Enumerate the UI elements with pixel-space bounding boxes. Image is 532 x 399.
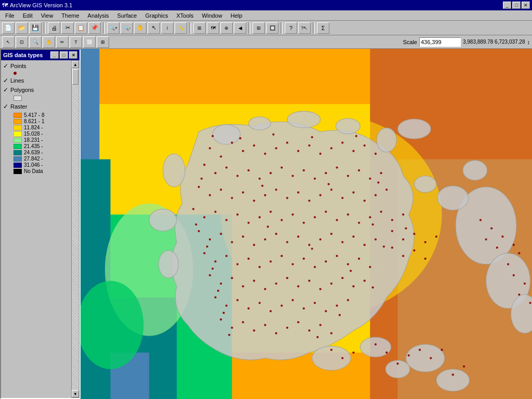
raster-check[interactable]: ✓ [3, 103, 8, 110]
raster-swatch-4 [14, 138, 22, 143]
menu-view[interactable]: View [37, 11, 58, 20]
zoom-sel-btn[interactable]: ⊕ [220, 22, 233, 34]
menu-theme[interactable]: Theme [57, 11, 83, 20]
menu-help[interactable]: Help [227, 11, 247, 20]
copy-button[interactable]: 📋 [75, 22, 87, 34]
svg-point-222 [206, 245, 208, 247]
svg-point-54 [259, 178, 261, 180]
panel-maximize-btn[interactable]: □ [60, 51, 68, 59]
menu-analysis[interactable]: Analysis [84, 11, 113, 20]
raster-row-8: 31.046 - [14, 162, 69, 168]
svg-point-161 [314, 302, 316, 304]
gis-panel-title-controls[interactable]: _ □ ✕ [50, 51, 77, 59]
menu-xtools[interactable]: XTools [172, 11, 198, 20]
svg-point-182 [402, 255, 404, 257]
svg-point-185 [480, 219, 482, 221]
save-button[interactable]: 💾 [29, 22, 42, 34]
cut-button[interactable]: ✂ [61, 22, 74, 34]
main-area: GIS data types _ □ ✕ ✓ Points ✓ [0, 49, 532, 399]
menu-graphics[interactable]: Graphics [141, 11, 172, 20]
measure-btn[interactable]: 📏 [175, 22, 187, 34]
raster-range-0: 5.417 - 8 [24, 112, 44, 118]
sum-btn[interactable]: Σ [317, 22, 329, 34]
svg-point-114 [308, 244, 310, 246]
title-bar-controls[interactable]: _ □ ✕ [503, 2, 530, 9]
scroll-down-btn[interactable]: ▼ [72, 390, 79, 397]
svg-point-30 [437, 186, 469, 210]
help-btn[interactable]: ? [285, 22, 297, 34]
minimize-button[interactable]: _ [503, 2, 511, 9]
svg-point-220 [371, 223, 374, 225]
pan-tool[interactable]: ✋ [43, 36, 55, 48]
polygons-check[interactable]: ✓ [3, 86, 8, 94]
select-tool[interactable]: ⊡ [16, 36, 28, 48]
select-btn[interactable]: ↖ [148, 22, 160, 34]
svg-point-68 [220, 189, 222, 191]
svg-point-218 [195, 223, 197, 225]
map-area[interactable]: + [81, 49, 532, 399]
menu-edit[interactable]: Edit [19, 11, 37, 20]
svg-point-104 [198, 230, 200, 232]
query-btn[interactable]: ?↖ [298, 22, 311, 34]
zoom-back-btn[interactable]: ◀ [234, 22, 246, 34]
panel-close-btn[interactable]: ✕ [69, 51, 77, 59]
app-icon: 🗺 [2, 2, 8, 8]
paste-button[interactable]: 📌 [88, 22, 101, 34]
pointer-tool[interactable]: ↖ [2, 36, 15, 48]
pan-btn[interactable]: ✋ [134, 22, 147, 34]
svg-point-213 [355, 135, 357, 137]
svg-point-42 [308, 144, 310, 147]
raster-swatch-nodata [14, 169, 22, 174]
gis-panel-title: GIS data types _ □ ✕ [1, 50, 79, 60]
svg-point-118 [352, 235, 354, 237]
svg-point-171 [286, 327, 288, 329]
maximize-button[interactable]: □ [512, 2, 521, 9]
add-theme-btn[interactable]: ⊞ [252, 22, 265, 34]
sep3 [189, 22, 191, 34]
svg-point-209 [211, 135, 214, 137]
print-button[interactable]: 🖨 [48, 22, 60, 34]
scale-input[interactable] [419, 37, 461, 47]
points-check[interactable]: ✓ [3, 62, 8, 70]
frame-tool[interactable]: ⊞ [97, 36, 109, 48]
menu-surface[interactable]: Surface [113, 11, 141, 20]
svg-point-164 [347, 299, 349, 301]
zoom-layer-btn[interactable]: 🗺 [207, 22, 219, 34]
scroll-up-btn[interactable]: ▲ [72, 61, 79, 68]
svg-point-131 [314, 266, 316, 268]
zoom-out-btn[interactable]: 🔍- [121, 22, 133, 34]
svg-point-19 [158, 250, 178, 278]
svg-point-225 [211, 268, 214, 270]
menu-window[interactable]: Window [198, 11, 227, 20]
polygons-swatch [14, 96, 22, 101]
svg-point-70 [242, 191, 244, 193]
close-button[interactable]: ✕ [522, 2, 530, 9]
lines-check[interactable]: ✓ [3, 77, 8, 84]
svg-point-142 [264, 288, 266, 290]
svg-point-99 [358, 222, 360, 224]
svg-point-17 [163, 154, 185, 187]
zoom-full-btn[interactable]: ⊞ [193, 22, 206, 34]
svg-point-135 [358, 258, 360, 260]
raster-range-6: 24.639 - [24, 150, 43, 155]
svg-point-199 [352, 352, 354, 354]
menu-file[interactable]: File [1, 11, 19, 20]
raster-legend: 5.417 - 8 8.621 - 1 11.824 - 15.028 - [3, 112, 69, 174]
symbol-btn[interactable]: 🔲 [266, 22, 278, 34]
svg-point-96 [325, 210, 327, 212]
text-tool[interactable]: T [70, 36, 82, 48]
open-button[interactable]: 📂 [16, 22, 28, 34]
svg-point-126 [259, 266, 261, 268]
draw-tool[interactable]: ✏ [56, 36, 69, 48]
zoom-tool[interactable]: 🔍 [29, 36, 42, 48]
svg-point-52 [236, 175, 238, 177]
symbol-tool[interactable]: ⬜ [83, 36, 96, 48]
panel-minimize-btn[interactable]: _ [50, 51, 59, 59]
scroll-thumb[interactable] [72, 69, 78, 85]
raster-swatch-1 [14, 119, 22, 124]
panel-scrollbar[interactable]: ▲ ▼ [71, 60, 79, 398]
new-button[interactable]: 📄 [2, 22, 15, 34]
zoom-in-btn[interactable]: 🔍+ [107, 22, 119, 34]
svg-point-111 [275, 233, 277, 235]
identify-btn[interactable]: i [161, 22, 174, 34]
